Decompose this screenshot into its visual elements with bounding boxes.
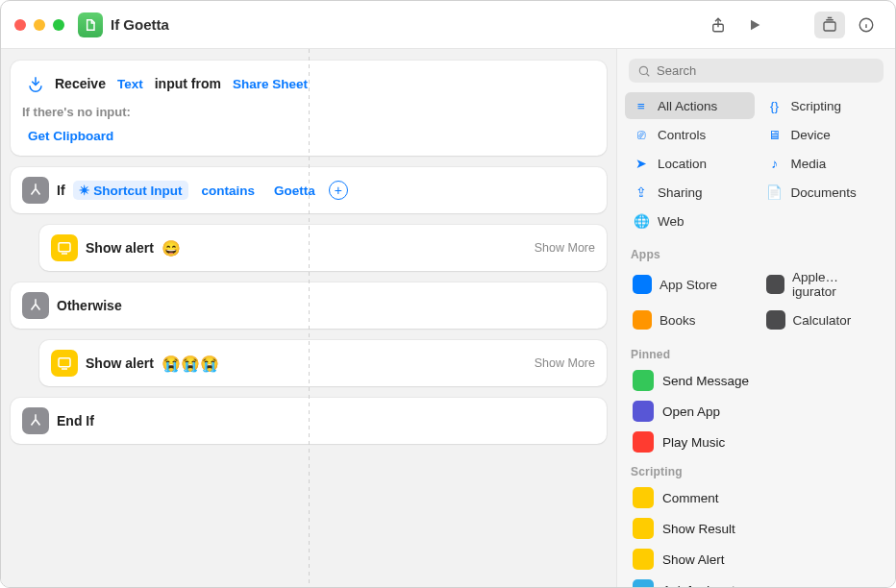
- search-field[interactable]: [629, 59, 884, 83]
- category-icon: 🌐: [633, 212, 650, 230]
- action-ask-for-input[interactable]: Ask for Input: [625, 575, 887, 587]
- action-icon: [633, 579, 654, 587]
- otherwise-card[interactable]: Otherwise: [11, 282, 607, 329]
- category-icon: ⎚: [633, 126, 650, 143]
- zoom-button[interactable]: [53, 19, 64, 31]
- category-label: Web: [658, 214, 684, 229]
- action-label: Show alert: [86, 240, 154, 256]
- search-icon: [637, 64, 651, 78]
- app-books[interactable]: Books: [625, 306, 755, 334]
- action-icon: [633, 370, 654, 391]
- category-label: Controls: [658, 128, 706, 142]
- category-all-actions[interactable]: ≡All Actions: [625, 92, 755, 119]
- endif-card[interactable]: End If: [11, 398, 607, 444]
- action-label: Show alert: [86, 355, 154, 371]
- if-value-token[interactable]: Goetta: [268, 182, 321, 200]
- show-more-button[interactable]: Show More: [535, 241, 595, 255]
- category-media[interactable]: ♪Media: [759, 150, 888, 177]
- window-title: If Goetta: [111, 16, 169, 33]
- share-button[interactable]: [703, 12, 734, 38]
- category-label: Sharing: [658, 185, 703, 200]
- category-label: Documents: [791, 185, 857, 200]
- input-source-token[interactable]: Share Sheet: [227, 75, 313, 93]
- app-icon: [766, 275, 784, 294]
- workflow-editor[interactable]: Receive Text input from Share Sheet If t…: [1, 49, 616, 587]
- app-label: Apple…igurator: [792, 270, 880, 299]
- action-send-message[interactable]: Send Message: [625, 365, 887, 396]
- run-button[interactable]: [739, 12, 770, 38]
- svg-rect-4: [59, 358, 70, 367]
- category-device[interactable]: 🖥Device: [759, 121, 888, 148]
- action-play-music[interactable]: Play Music: [625, 427, 887, 457]
- action-label: Play Music: [662, 435, 725, 450]
- category-icon: ⇪: [633, 184, 650, 201]
- category-icon: {}: [766, 97, 784, 114]
- app-app-store[interactable]: App Store: [625, 265, 755, 304]
- action-icon: [633, 401, 654, 422]
- category-controls[interactable]: ⎚Controls: [625, 121, 755, 148]
- fallback-action-token[interactable]: Get Clipboard: [22, 127, 119, 145]
- receive-mid-label: input from: [155, 76, 221, 91]
- if-condition-token[interactable]: contains: [196, 182, 261, 200]
- if-card[interactable]: If ✴︎ Shortcut Input contains Goetta +: [11, 167, 607, 213]
- category-label: Media: [791, 157, 827, 171]
- minimize-button[interactable]: [34, 19, 45, 31]
- action-label: Send Message: [662, 374, 749, 388]
- alert-message-preview[interactable]: 😄: [162, 239, 181, 257]
- svg-rect-3: [59, 243, 70, 252]
- library-toggle-button[interactable]: [814, 12, 845, 38]
- action-icon: [633, 431, 654, 453]
- if-label: If: [57, 183, 65, 198]
- scripting-header: Scripting: [625, 457, 887, 482]
- category-scripting[interactable]: {}Scripting: [759, 92, 888, 119]
- show-alert-card-1[interactable]: Show alert 😄 Show More: [39, 225, 607, 271]
- app-apple-igurator[interactable]: Apple…igurator: [759, 265, 888, 304]
- app-calculator[interactable]: Calculator: [759, 306, 888, 334]
- action-icon: [633, 518, 654, 539]
- branch-icon: [22, 407, 49, 434]
- category-label: Location: [658, 157, 707, 171]
- input-type-token[interactable]: Text: [112, 75, 149, 93]
- action-open-app[interactable]: Open App: [625, 396, 887, 427]
- pinned-header: Pinned: [625, 340, 887, 365]
- category-icon: ♪: [766, 155, 784, 172]
- svg-rect-1: [824, 22, 835, 31]
- search-input[interactable]: [657, 63, 875, 78]
- traffic-lights: [14, 19, 64, 31]
- receive-icon: [22, 70, 49, 97]
- category-documents[interactable]: 📄Documents: [759, 179, 888, 206]
- app-icon: [633, 310, 652, 330]
- action-label: Show Result: [662, 522, 735, 536]
- info-button[interactable]: [851, 12, 882, 38]
- action-library-sidebar: ≡All Actions{}Scripting⎚Controls🖥Device➤…: [616, 49, 895, 587]
- alert-icon: [51, 234, 78, 261]
- action-comment[interactable]: Comment: [625, 482, 887, 513]
- action-label: Comment: [662, 491, 719, 505]
- show-more-button[interactable]: Show More: [535, 356, 595, 370]
- category-location[interactable]: ➤Location: [625, 150, 755, 177]
- alert-icon: [51, 350, 78, 377]
- action-show-alert[interactable]: Show Alert: [625, 544, 887, 575]
- branch-icon: [22, 177, 49, 204]
- show-alert-card-2[interactable]: Show alert 😭😭😭 Show More: [39, 340, 607, 386]
- action-label: Ask for Input: [662, 583, 735, 588]
- branch-icon: [22, 292, 49, 319]
- alert-message-preview[interactable]: 😭😭😭: [162, 355, 219, 373]
- app-label: App Store: [660, 278, 717, 292]
- action-icon: [633, 549, 654, 570]
- receive-input-card[interactable]: Receive Text input from Share Sheet If t…: [11, 61, 607, 156]
- if-variable-token[interactable]: ✴︎ Shortcut Input: [73, 181, 188, 200]
- category-sharing[interactable]: ⇪Sharing: [625, 179, 755, 206]
- action-show-result[interactable]: Show Result: [625, 513, 887, 544]
- category-web[interactable]: 🌐Web: [625, 208, 755, 234]
- category-label: Device: [791, 128, 831, 142]
- action-icon: [633, 487, 654, 508]
- app-label: Calculator: [793, 313, 852, 328]
- otherwise-label: Otherwise: [57, 298, 122, 313]
- close-button[interactable]: [14, 19, 26, 31]
- add-condition-button[interactable]: +: [329, 181, 348, 200]
- app-icon: [766, 310, 785, 330]
- category-icon: ≡: [633, 97, 650, 114]
- category-icon: 📄: [766, 184, 784, 201]
- category-label: Scripting: [791, 99, 842, 113]
